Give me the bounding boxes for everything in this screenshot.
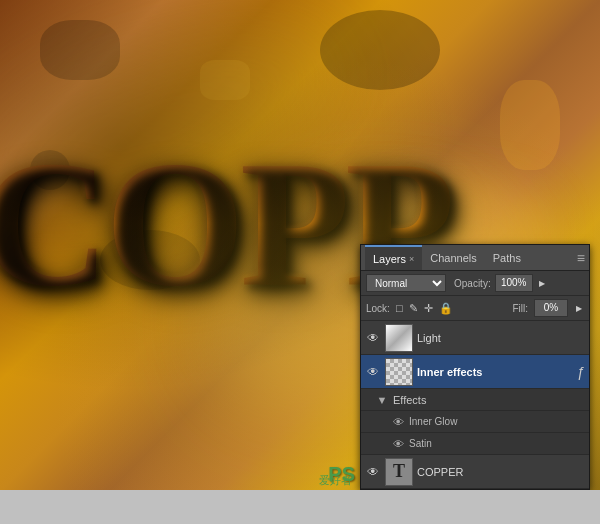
blend-row: Normal Dissolve Multiply Screen Overlay … — [361, 271, 589, 296]
layer-thumb-copper: T — [385, 458, 413, 486]
effect-name-inner-glow: Inner Glow — [409, 416, 457, 427]
panel-tabs: Layers × Channels Paths ≡ — [361, 245, 589, 271]
layer-row-light[interactable]: 👁 Light — [361, 321, 589, 355]
bottom-bar — [0, 490, 600, 524]
lock-lock-icon[interactable]: 🔒 — [439, 302, 453, 315]
layer-visibility-inner-effects[interactable]: 👁 — [365, 364, 381, 380]
opacity-value[interactable]: 100% — [495, 274, 533, 292]
effects-group: ▼ Effects 👁 Inner Glow 👁 Satin — [361, 389, 589, 455]
tab-layers[interactable]: Layers × — [365, 245, 422, 270]
tab-channels[interactable]: Channels — [422, 245, 484, 270]
lock-box-icon[interactable]: □ — [396, 302, 403, 314]
effects-label: Effects — [393, 394, 426, 406]
layer-thumb-inner-effects — [385, 358, 413, 386]
layer-row-copper[interactable]: 👁 T COPPER — [361, 455, 589, 489]
tab-paths[interactable]: Paths — [485, 245, 529, 270]
lock-row: Lock: □ ✎ ✛ 🔒 Fill: 0% ▶ — [361, 296, 589, 321]
layer-name-copper: COPPER — [417, 466, 585, 478]
tab-close-layers[interactable]: × — [409, 254, 414, 264]
fill-arrow[interactable]: ▶ — [574, 304, 584, 313]
layer-visibility-light[interactable]: 👁 — [365, 330, 381, 346]
opacity-arrow[interactable]: ▶ — [537, 279, 547, 288]
ps-watermark-sub: 爱好者 — [319, 473, 352, 488]
layer-visibility-copper[interactable]: 👁 — [365, 464, 381, 480]
lock-label: Lock: — [366, 303, 390, 314]
blend-mode-select[interactable]: Normal Dissolve Multiply Screen Overlay — [366, 274, 446, 292]
layer-name-light: Light — [417, 332, 585, 344]
effect-eye-satin[interactable]: 👁 — [391, 437, 405, 451]
layer-fx-icon[interactable]: ƒ — [577, 364, 585, 380]
lock-move-icon[interactable]: ✛ — [424, 302, 433, 315]
fill-value[interactable]: 0% — [534, 299, 568, 317]
layer-thumb-light — [385, 324, 413, 352]
layers-panel: Layers × Channels Paths ≡ Normal Dissolv… — [360, 244, 590, 490]
main-container: COPP PS 爱好者 Layers × Channels Paths ≡ — [0, 0, 600, 524]
panel-menu-icon[interactable]: ≡ — [577, 250, 585, 266]
effects-header[interactable]: ▼ Effects — [361, 389, 589, 411]
layer-row-inner-effects[interactable]: 👁 Inner effects ƒ — [361, 355, 589, 389]
lock-brush-icon[interactable]: ✎ — [409, 302, 418, 315]
opacity-label: Opacity: — [454, 278, 491, 289]
effect-name-satin: Satin — [409, 438, 432, 449]
effect-inner-glow[interactable]: 👁 Inner Glow — [361, 411, 589, 433]
effect-eye-inner-glow[interactable]: 👁 — [391, 415, 405, 429]
layer-name-inner-effects: Inner effects — [417, 366, 573, 378]
fill-label: Fill: — [512, 303, 528, 314]
effects-header-icon: ▼ — [375, 393, 389, 407]
effect-satin[interactable]: 👁 Satin — [361, 433, 589, 455]
